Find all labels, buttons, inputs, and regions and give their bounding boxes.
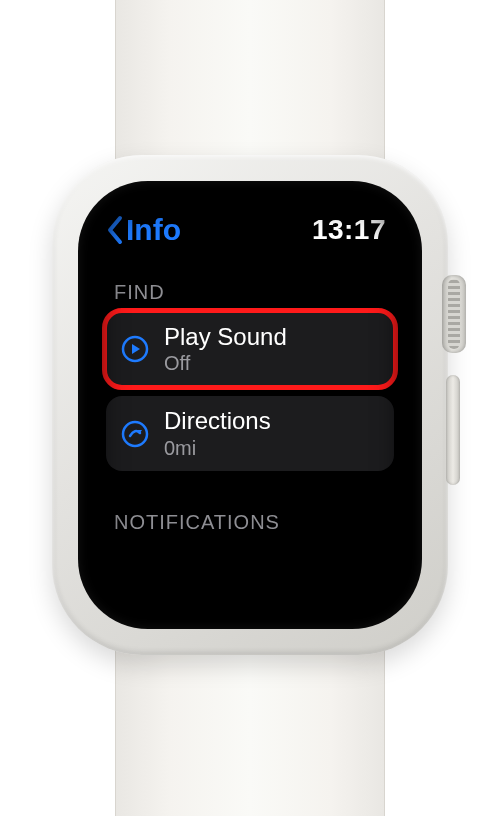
clock-time: 13:17 — [312, 214, 386, 246]
side-button[interactable] — [446, 375, 460, 485]
play-circle-icon — [118, 332, 152, 366]
section-label-find: FIND — [96, 255, 404, 312]
cell-texts: Play Sound Off — [164, 324, 287, 374]
cell-directions[interactable]: Directions 0mi — [106, 396, 394, 470]
cell-texts: Directions 0mi — [164, 408, 271, 458]
section-label-notifications: NOTIFICATIONS — [96, 481, 404, 542]
back-button[interactable]: Info — [106, 213, 181, 247]
cell-subtitle: Off — [164, 352, 287, 374]
chevron-left-icon — [106, 215, 124, 245]
screen-bezel: Info 13:17 FIND Play Sound Off — [78, 181, 422, 629]
cell-title: Directions — [164, 408, 271, 434]
cell-subtitle: 0mi — [164, 437, 271, 459]
back-label: Info — [126, 213, 181, 247]
cell-title: Play Sound — [164, 324, 287, 350]
watch-body: Info 13:17 FIND Play Sound Off — [52, 155, 448, 655]
svg-marker-1 — [132, 344, 140, 354]
digital-crown[interactable] — [442, 275, 466, 353]
title-bar: Info 13:17 — [96, 199, 404, 255]
screen: Info 13:17 FIND Play Sound Off — [96, 199, 404, 611]
directions-icon — [118, 417, 152, 451]
cell-play-sound[interactable]: Play Sound Off — [106, 312, 394, 386]
svg-point-2 — [123, 422, 147, 446]
